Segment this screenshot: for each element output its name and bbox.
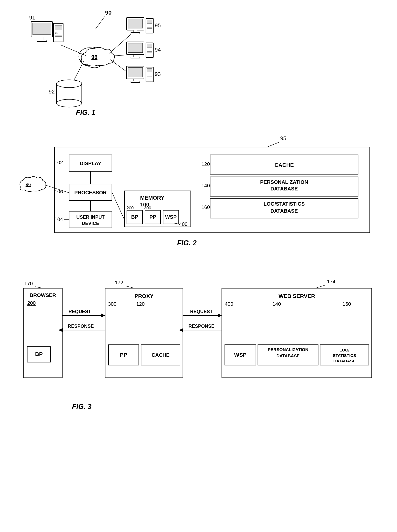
svg-text:PROCESSOR: PROCESSOR [74, 190, 107, 195]
svg-text:FIG. 2: FIG. 2 [177, 239, 197, 247]
svg-text:172: 172 [115, 280, 123, 286]
svg-line-1 [95, 17, 105, 29]
svg-text:PERSONALIZATION: PERSONALIZATION [260, 179, 308, 185]
svg-text:120: 120 [201, 161, 210, 167]
svg-text:WSP: WSP [165, 214, 176, 220]
svg-text:200: 200 [126, 206, 134, 210]
svg-text:92: 92 [49, 89, 55, 95]
svg-rect-47 [131, 81, 140, 82]
svg-text:MEMORY: MEMORY [140, 195, 164, 201]
svg-text:400: 400 [179, 221, 187, 227]
svg-text:DATABASE: DATABASE [271, 186, 298, 192]
svg-text:DEVICE: DEVICE [82, 221, 99, 226]
svg-rect-41 [147, 44, 152, 48]
svg-text:140: 140 [201, 183, 210, 188]
svg-text:PERSONALIZATION: PERSONALIZATION [268, 347, 309, 352]
svg-text:CACHE: CACHE [274, 162, 294, 168]
svg-rect-30 [133, 30, 137, 32]
svg-text:140: 140 [273, 301, 281, 307]
fig2-diagram: 95 96 DISPLAY 102 PROCESSOR 106 USER INP… [12, 132, 381, 249]
svg-text:94: 94 [155, 47, 161, 53]
svg-text:BP: BP [131, 214, 138, 220]
svg-text:FIG. 3: FIG. 3 [72, 402, 92, 411]
svg-text:REQUEST: REQUEST [68, 309, 91, 314]
svg-text:174: 174 [327, 279, 335, 284]
page: 90 96 [0, 0, 397, 532]
svg-rect-46 [133, 79, 137, 81]
svg-rect-31 [131, 32, 140, 34]
svg-text:WSP: WSP [234, 352, 247, 358]
svg-rect-29 [128, 19, 143, 28]
svg-text:90: 90 [105, 9, 112, 16]
svg-text:160: 160 [201, 204, 210, 210]
svg-text:STATISTICS: STATISTICS [333, 353, 356, 358]
svg-rect-19 [55, 25, 62, 30]
svg-point-26 [56, 80, 82, 88]
svg-rect-50 [147, 76, 152, 77]
svg-text:91: 91 [29, 15, 35, 21]
svg-line-134 [315, 285, 326, 288]
svg-text:DISPLAY: DISPLAY [80, 160, 101, 166]
svg-text:96: 96 [91, 54, 97, 60]
svg-text:93: 93 [155, 71, 161, 77]
svg-text:PROXY: PROXY [135, 293, 154, 299]
svg-text:DATABASE: DATABASE [277, 353, 300, 358]
svg-text:BP: BP [35, 351, 43, 357]
svg-text:160: 160 [342, 301, 351, 307]
svg-text:CACHE: CACHE [152, 352, 169, 358]
svg-text:120: 120 [136, 301, 145, 307]
svg-text:PP: PP [149, 214, 156, 220]
svg-rect-33 [147, 20, 152, 23]
svg-text:DATABASE: DATABASE [333, 359, 356, 363]
svg-text:LOG/STATISTICS: LOG/STATISTICS [263, 201, 304, 207]
svg-text:REQUEST: REQUEST [190, 309, 213, 314]
svg-text:WEB SERVER: WEB SERVER [279, 293, 315, 299]
svg-text:DATABASE: DATABASE [271, 208, 298, 214]
svg-rect-15 [33, 23, 51, 35]
fig1-diagram: 90 96 [12, 6, 202, 119]
svg-text:FIG. 1: FIG. 1 [76, 108, 95, 116]
svg-text:95: 95 [155, 22, 161, 28]
svg-text:LOG/: LOG/ [339, 348, 349, 352]
svg-text:400: 400 [225, 301, 233, 307]
svg-text:BROWSER: BROWSER [30, 292, 56, 298]
svg-rect-39 [131, 57, 140, 58]
svg-text:200: 200 [27, 300, 36, 306]
svg-text:USER INPUT: USER INPUT [76, 214, 105, 220]
svg-rect-42 [147, 52, 152, 53]
svg-rect-38 [133, 55, 137, 57]
svg-marker-110 [101, 313, 105, 317]
svg-text:RESPONSE: RESPONSE [68, 323, 94, 329]
svg-text:104: 104 [55, 216, 63, 222]
svg-text:300: 300 [144, 206, 151, 210]
svg-text:106: 106 [55, 189, 63, 194]
svg-text:RESPONSE: RESPONSE [188, 323, 214, 329]
fig3-diagram: BROWSER 170 200 BP REQUEST RESPONSE PROX… [12, 273, 381, 413]
svg-rect-37 [128, 43, 143, 53]
svg-rect-45 [128, 68, 143, 77]
svg-rect-21 [55, 35, 62, 37]
svg-rect-34 [147, 27, 152, 28]
svg-text:170: 170 [24, 281, 33, 287]
svg-rect-17 [37, 40, 47, 42]
svg-text:102: 102 [55, 159, 63, 165]
svg-text:PP: PP [120, 352, 127, 358]
svg-text:300: 300 [108, 301, 116, 307]
svg-text:95: 95 [280, 135, 286, 141]
svg-rect-49 [147, 69, 152, 72]
svg-marker-126 [218, 313, 222, 317]
svg-line-118 [125, 286, 134, 288]
svg-point-20 [56, 32, 57, 34]
svg-rect-16 [40, 37, 44, 40]
svg-point-25 [56, 99, 82, 107]
svg-text:96: 96 [26, 182, 31, 187]
